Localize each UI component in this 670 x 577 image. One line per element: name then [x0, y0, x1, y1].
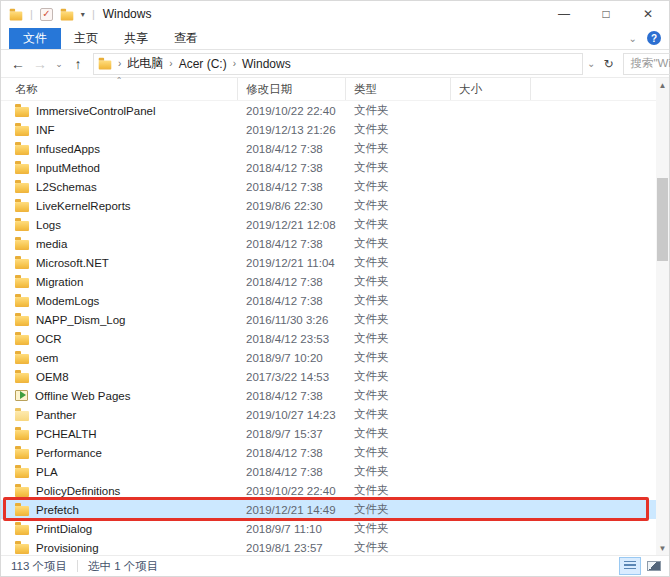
file-row-l2schemas[interactable]: L2Schemas2018/4/12 7:38文件夹	[1, 177, 656, 196]
folder-icon	[15, 468, 29, 478]
file-name: PCHEALTH	[36, 428, 97, 440]
file-type: 文件夹	[346, 103, 451, 118]
file-row-prefetch[interactable]: Prefetch2019/12/21 14:49文件夹	[1, 500, 656, 519]
details-view-button[interactable]	[619, 557, 641, 575]
file-type: 文件夹	[346, 293, 451, 308]
properties-icon[interactable]: ✓	[40, 8, 53, 21]
ribbon-collapse-icon[interactable]: ⌄	[629, 33, 637, 44]
file-row-ocr[interactable]: OCR2018/4/12 23:53文件夹	[1, 329, 656, 348]
file-row-provisioning[interactable]: Provisioning2019/8/1 23:57文件夹	[1, 538, 656, 555]
file-row-oem[interactable]: oem2018/9/7 10:20文件夹	[1, 348, 656, 367]
folder-icon	[15, 411, 29, 421]
folder-icon	[15, 145, 29, 155]
tab-file[interactable]: 文件	[9, 28, 61, 49]
file-row-panther[interactable]: Panther2019/10/27 14:23文件夹	[1, 405, 656, 424]
breadcrumb-drive-c[interactable]: Acer (C:)	[179, 57, 227, 71]
file-row-oem8[interactable]: OEM82017/3/22 14:53文件夹	[1, 367, 656, 386]
column-header-date[interactable]: 修改日期	[238, 78, 346, 100]
refresh-icon[interactable]: ↻	[603, 57, 613, 71]
file-name-cell: PolicyDefinitions	[1, 484, 238, 497]
file-name-cell: Performance	[1, 446, 238, 459]
item-count: 113 个项目	[11, 559, 67, 574]
tab-home[interactable]: 主页	[61, 28, 111, 49]
file-name-cell: Panther	[1, 408, 238, 421]
file-name-cell: OCR	[1, 332, 238, 345]
file-row-infusedapps[interactable]: InfusedApps2018/4/12 7:38文件夹	[1, 139, 656, 158]
address-row: ← → ⌄ ↑ › 此电脑 › Acer (C:) › Windows ⌄ ↻ …	[1, 50, 669, 78]
file-name-cell: PCHEALTH	[1, 427, 238, 440]
folder-icon	[15, 525, 29, 535]
file-row-napp-dism-log[interactable]: NAPP_Dism_Log2016/11/30 3:26文件夹	[1, 310, 656, 329]
file-name-cell: NAPP_Dism_Log	[1, 313, 238, 326]
file-name-cell: Logs	[1, 218, 238, 231]
file-type: 文件夹	[346, 312, 451, 327]
file-date: 2018/4/12 7:38	[238, 466, 346, 478]
folder-icon	[15, 449, 29, 459]
column-header-size[interactable]: 大小	[451, 78, 531, 100]
file-type: 文件夹	[346, 502, 451, 517]
folder-icon	[15, 202, 29, 212]
up-button[interactable]: ↑	[69, 56, 87, 72]
offline-web-pages-icon	[15, 390, 28, 401]
file-name: INF	[36, 124, 55, 136]
address-dropdown-icon[interactable]: ⌄	[587, 58, 595, 69]
file-row-inputmethod[interactable]: InputMethod2018/4/12 7:38文件夹	[1, 158, 656, 177]
file-row-offline-web-pages[interactable]: Offline Web Pages2018/4/12 7:38文件夹	[1, 386, 656, 405]
file-name-cell: Offline Web Pages	[1, 390, 238, 402]
thumbnails-view-button[interactable]	[643, 557, 665, 575]
file-row-immersivecontrolpanel[interactable]: ImmersiveControlPanel2019/10/22 22:40文件夹	[1, 101, 656, 120]
column-header-name[interactable]: ⌃ 名称	[1, 78, 238, 100]
file-type: 文件夹	[346, 540, 451, 555]
file-row-migration[interactable]: Migration2018/4/12 7:38文件夹	[1, 272, 656, 291]
folder-icon	[15, 183, 29, 193]
file-name-cell: Provisioning	[1, 541, 238, 554]
file-name-cell: OEM8	[1, 370, 238, 383]
separator: |	[30, 8, 33, 20]
file-row-livekernelreports[interactable]: LiveKernelReports2019/8/6 22:30文件夹	[1, 196, 656, 215]
crumb-separator-icon: ›	[233, 58, 236, 69]
breadcrumb-windows[interactable]: Windows	[242, 57, 291, 71]
address-bar[interactable]: › 此电脑 › Acer (C:) › Windows	[93, 53, 583, 75]
search-placeholder: 搜索"Win...	[630, 56, 670, 71]
file-row-performance[interactable]: Performance2018/4/12 7:38文件夹	[1, 443, 656, 462]
minimize-button[interactable]: —	[543, 1, 585, 27]
back-button[interactable]: ←	[9, 56, 27, 72]
tab-share[interactable]: 共享	[111, 28, 161, 49]
recent-locations-icon[interactable]: ⌄	[53, 59, 65, 69]
tab-view[interactable]: 查看	[161, 28, 211, 49]
close-button[interactable]: ✕	[627, 1, 669, 27]
file-row-media[interactable]: media2018/4/12 7:38文件夹	[1, 234, 656, 253]
vertical-scrollbar[interactable]: ▲ ▼	[656, 78, 669, 555]
scroll-down-icon[interactable]: ▼	[656, 541, 669, 555]
file-name: Prefetch	[36, 504, 79, 516]
file-name: Microsoft.NET	[36, 257, 109, 269]
column-header-type[interactable]: 类型	[346, 78, 451, 100]
file-name: Panther	[36, 409, 76, 421]
file-date: 2016/11/30 3:26	[238, 314, 346, 326]
file-row-modemlogs[interactable]: ModemLogs2018/4/12 7:38文件夹	[1, 291, 656, 310]
file-row-logs[interactable]: Logs2019/12/21 12:08文件夹	[1, 215, 656, 234]
file-date: 2019/8/1 23:57	[238, 542, 346, 554]
file-row-policydefinitions[interactable]: PolicyDefinitions2019/10/22 22:40文件夹	[1, 481, 656, 500]
breadcrumb-this-pc[interactable]: 此电脑	[127, 55, 163, 72]
scroll-up-icon[interactable]: ▲	[656, 78, 669, 92]
file-row-pla[interactable]: PLA2018/4/12 7:38文件夹	[1, 462, 656, 481]
file-type: 文件夹	[346, 407, 451, 422]
file-name-cell: oem	[1, 351, 238, 364]
file-row-printdialog[interactable]: PrintDialog2018/9/7 11:10文件夹	[1, 519, 656, 538]
ribbon-right-controls: ⌄ ?	[629, 31, 669, 45]
file-type: 文件夹	[346, 464, 451, 479]
folder-icon	[15, 506, 29, 516]
maximize-button[interactable]: □	[585, 1, 627, 27]
forward-button[interactable]: →	[31, 56, 49, 72]
scrollbar-thumb[interactable]	[657, 178, 668, 261]
help-icon[interactable]: ?	[647, 31, 661, 45]
file-row-pchealth[interactable]: PCHEALTH2018/9/7 15:37文件夹	[1, 424, 656, 443]
file-date: 2018/4/12 7:38	[238, 238, 346, 250]
folder-icon	[15, 221, 29, 231]
search-box[interactable]: 搜索"Win... 🔎	[623, 53, 670, 75]
new-folder-icon[interactable]	[61, 11, 74, 20]
qat-customize-dropdown-icon[interactable]: ▾	[81, 10, 85, 19]
file-row-microsoft-net[interactable]: Microsoft.NET2019/12/21 11:04文件夹	[1, 253, 656, 272]
file-row-inf[interactable]: INF2019/12/13 21:26文件夹	[1, 120, 656, 139]
